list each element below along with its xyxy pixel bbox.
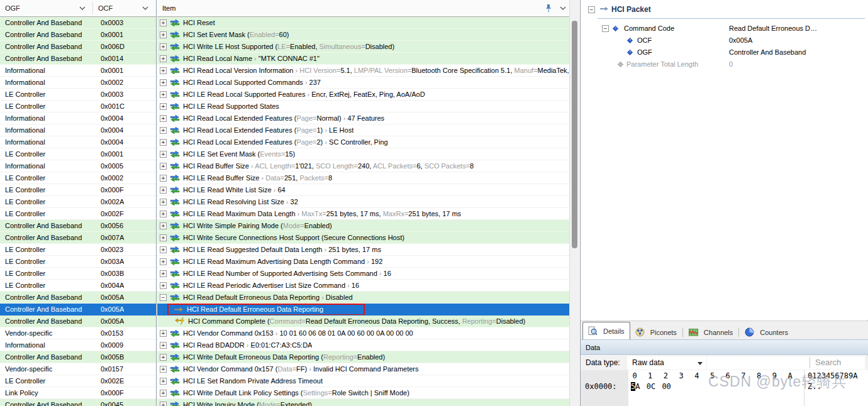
hex-byte[interactable]: 00	[662, 382, 670, 391]
expand-plus-icon[interactable]: +	[160, 354, 167, 361]
table-row[interactable]: LE Controller0x004A	[0, 280, 156, 292]
list-item[interactable]: +HCI Reset	[157, 17, 569, 29]
list-item[interactable]: +HCI Write Simple Pairing Mode (Mode=Ena…	[157, 220, 569, 232]
table-row[interactable]: Informational0x0009	[0, 339, 156, 351]
data-type-select[interactable]: Raw data	[627, 356, 706, 370]
chevron-down-icon[interactable]	[560, 6, 566, 10]
expand-plus-icon[interactable]: +	[160, 342, 167, 349]
table-row[interactable]: Controller And Baseband0x0001	[0, 29, 156, 41]
vertical-scrollbar[interactable]	[569, 0, 579, 406]
ogf-column-header[interactable]: OGF	[0, 0, 93, 16]
table-row[interactable]: LE Controller0x002F	[0, 208, 156, 220]
expand-plus-icon[interactable]: +	[160, 19, 167, 26]
table-row[interactable]: Informational0x0005	[0, 160, 156, 172]
table-row[interactable]: Controller And Baseband0x0014	[0, 53, 156, 65]
expand-plus-icon[interactable]: +	[160, 211, 167, 217]
list-item[interactable]: +HCI LE Read Periodic Advertiser List Si…	[157, 280, 569, 292]
tab-channels[interactable]: Channels	[684, 325, 738, 339]
expand-plus-icon[interactable]: +	[160, 91, 167, 98]
table-row[interactable]: Controller And Baseband0x005A	[0, 292, 156, 304]
chevron-down-icon[interactable]	[79, 6, 86, 10]
table-row[interactable]: LE Controller0x003B	[0, 268, 156, 280]
table-row[interactable]: LE Controller0x002A	[0, 196, 156, 208]
list-item[interactable]: +HCI LE Read Suggested Default Data Leng…	[157, 244, 569, 256]
list-item[interactable]: +HCI LE Set Random Private Address Timeo…	[157, 375, 569, 387]
expand-plus-icon[interactable]: +	[160, 366, 167, 373]
expand-plus-icon[interactable]: +	[160, 43, 167, 50]
collapse-minus-icon[interactable]: −	[602, 25, 609, 32]
table-row[interactable]: Controller And Baseband0x006D	[0, 41, 156, 53]
table-row[interactable]: Controller And Baseband0x005B	[0, 351, 156, 363]
list-item[interactable]: +HCI Read Local Name › "MTK CONNAC #1"	[157, 53, 569, 65]
table-row[interactable]: Controller And Baseband0x0056	[0, 220, 156, 232]
expand-plus-icon[interactable]: +	[160, 199, 167, 206]
tree-row-ocf[interactable]: OCF0x005A	[581, 35, 868, 47]
table-row[interactable]: Controller And Baseband0x0003	[0, 17, 156, 29]
ocf-column-header[interactable]: OCF	[93, 0, 156, 16]
hex-dump-view[interactable]: 0x0000: 0123456789A Z.. 0123456789A5A0C0…	[581, 370, 868, 406]
list-item[interactable]: +HCI LE Read Maximum Advertising Data Le…	[157, 256, 569, 268]
table-row[interactable]: Informational0x0001	[0, 65, 156, 77]
list-item[interactable]: +HCI LE Read Maximum Data Length › MaxTx…	[157, 208, 569, 220]
search-input[interactable]	[814, 356, 864, 368]
table-row[interactable]: LE Controller0x0002	[0, 172, 156, 184]
collapse-minus-icon[interactable]: −	[160, 294, 167, 301]
table-row[interactable]: Informational0x0002	[0, 77, 156, 89]
table-row[interactable]: LE Controller0x001C	[0, 101, 156, 112]
expand-plus-icon[interactable]: +	[160, 55, 167, 62]
table-row[interactable]: Informational0x0004	[0, 112, 156, 124]
list-item[interactable]: +HCI Vendor Command 0x153 › 10 01 60 06 …	[157, 327, 569, 339]
expand-plus-icon[interactable]: +	[160, 151, 167, 158]
tab-counters[interactable]: Counters	[740, 325, 793, 339]
table-row[interactable]: Vendor-specific0x0153	[0, 327, 156, 339]
expand-plus-icon[interactable]: +	[160, 402, 167, 406]
chevron-down-icon[interactable]	[142, 6, 148, 10]
table-row[interactable]: LE Controller0x000F	[0, 184, 156, 196]
list-item[interactable]: +HCI LE Read White List Size › 64	[157, 184, 569, 196]
list-item[interactable]: +HCI Vendor Command 0x157 (Data=FF) › In…	[157, 363, 569, 375]
list-item[interactable]: +HCI LE Read Buffer Size › Data=251, Pac…	[157, 172, 569, 184]
expand-plus-icon[interactable]: +	[160, 187, 167, 194]
scrollbar-thumb[interactable]	[572, 21, 577, 248]
table-row[interactable]: Controller And Baseband0x007A	[0, 232, 156, 244]
list-item[interactable]: +HCI Write LE Host Supported (LE=Enabled…	[157, 41, 569, 53]
tree-row-command-code[interactable]: −Command CodeRead Default Erroneous D…	[581, 23, 868, 35]
tree-row-ogf[interactable]: OGFController And Baseband	[581, 47, 868, 58]
expand-plus-icon[interactable]: +	[160, 163, 167, 170]
pin-icon[interactable]	[545, 4, 552, 13]
list-item[interactable]: HCI Command Complete (Command=Read Defau…	[157, 315, 569, 327]
list-item[interactable]: +HCI Write Default Link Policy Settings …	[157, 387, 569, 399]
hex-byte[interactable]: 0C	[647, 382, 655, 391]
list-item[interactable]: +HCI Read Local Supported Commands › 237	[157, 77, 569, 89]
list-item[interactable]: HCI Read Default Erroneous Data Reportin…	[157, 304, 569, 315]
list-item[interactable]: +HCI Read Buffer Size › ACL Length=1'021…	[157, 160, 569, 172]
expand-plus-icon[interactable]: +	[160, 127, 167, 134]
expand-plus-icon[interactable]: +	[160, 246, 167, 253]
list-item[interactable]: +HCI Read Local Extended Features (Page=…	[157, 136, 569, 148]
table-row[interactable]: Link Policy0x000F	[0, 387, 156, 399]
table-row[interactable]: Vendor-specific0x0157	[0, 363, 156, 375]
table-row[interactable]: Controller And Baseband0x005A	[0, 315, 156, 327]
list-item[interactable]: +HCI Set Event Mask (Enabled=60)	[157, 29, 569, 41]
expand-plus-icon[interactable]: +	[160, 270, 167, 277]
expand-plus-icon[interactable]: +	[160, 258, 167, 265]
expand-plus-icon[interactable]: +	[160, 79, 167, 86]
list-item[interactable]: +HCI Write Default Erroneous Data Report…	[157, 351, 569, 363]
list-item[interactable]: +HCI Write Secure Connections Host Suppo…	[157, 232, 569, 244]
list-item[interactable]: +HCI Write Inquiry Mode (Mode=Extended)	[157, 399, 569, 406]
table-row[interactable]: Informational0x0004	[0, 136, 156, 148]
list-item[interactable]: +HCI Read Local Extended Features (Page=…	[157, 112, 569, 124]
table-row[interactable]: LE Controller0x0023	[0, 244, 156, 256]
expand-plus-icon[interactable]: +	[160, 139, 167, 146]
list-item[interactable]: +HCI LE Read Supported States	[157, 101, 569, 112]
expand-plus-icon[interactable]: +	[160, 234, 167, 241]
expand-plus-icon[interactable]: +	[160, 31, 167, 38]
expand-plus-icon[interactable]: +	[160, 282, 167, 289]
expand-plus-icon[interactable]: +	[160, 115, 167, 122]
list-item[interactable]: +HCI Read BDADDR › E0:01:C7:A3:C5:DA	[157, 339, 569, 351]
table-row[interactable]: LE Controller0x002E	[0, 375, 156, 387]
collapse-minus-icon[interactable]: −	[588, 6, 595, 13]
list-item[interactable]: +HCI LE Read Resolving List Size › 32	[157, 196, 569, 208]
list-item[interactable]: +HCI Read Local Version Information › HC…	[157, 65, 569, 77]
list-item[interactable]: −HCI Read Default Erroneous Data Reporti…	[157, 292, 569, 304]
